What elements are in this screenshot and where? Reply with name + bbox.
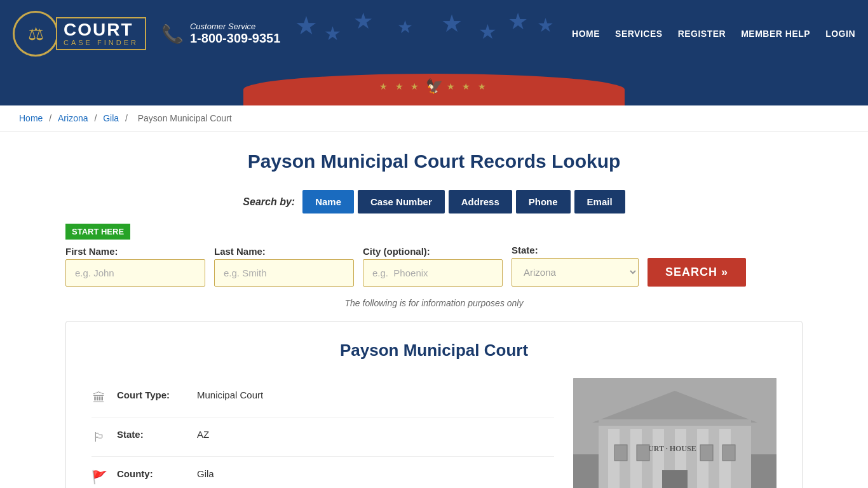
star-decoration: ★ <box>537 14 554 36</box>
customer-service: 📞 Customer Service 1-800-309-9351 <box>161 22 280 46</box>
svg-rect-17 <box>700 445 713 461</box>
header-decoration: ★ ★ ★ ★ ★ ★ ★ ★ <box>280 5 572 62</box>
state-icon: 🏳 <box>92 430 107 445</box>
svg-rect-18 <box>722 445 735 461</box>
court-image: COURT · HOUSE <box>573 378 776 488</box>
nav-member-help[interactable]: MEMBER HELP <box>741 29 810 39</box>
main-nav: HOME SERVICES REGISTER MEMBER HELP LOGIN <box>572 29 855 39</box>
last-name-group: Last Name: <box>214 246 354 287</box>
courthouse-svg: COURT · HOUSE <box>573 378 776 488</box>
info-note: The following is for information purpose… <box>65 298 803 308</box>
county-label: County: <box>117 468 187 479</box>
start-here-badge: START HERE <box>65 224 130 240</box>
phone-icon: 📞 <box>161 24 184 44</box>
city-group: City (optional): <box>363 246 503 287</box>
tab-email[interactable]: Email <box>574 190 625 214</box>
detail-row-state: 🏳 State: AZ <box>92 417 554 457</box>
tab-address[interactable]: Address <box>449 190 512 214</box>
court-info-body: 🏛 Court Type: Municipal Court 🏳 State: A… <box>92 378 776 488</box>
star-decoration: ★ <box>353 8 373 34</box>
breadcrumb-sep-2: / <box>94 113 99 123</box>
star-decoration: ★ <box>397 17 413 37</box>
state-detail-label: State: <box>117 429 187 440</box>
cs-label: Customer Service <box>190 22 280 31</box>
search-form: First Name: Last Name: City (optional): … <box>65 245 803 287</box>
state-select[interactable]: Alabama Alaska Arizona Arkansas Californ… <box>512 258 639 287</box>
nav-register[interactable]: REGISTER <box>678 29 726 39</box>
court-details: 🏛 Court Type: Municipal Court 🏳 State: A… <box>92 378 554 488</box>
star-decoration: ★ <box>324 22 341 44</box>
court-info-section: Payson Municipal Court 🏛 Court Type: Mun… <box>65 321 803 488</box>
breadcrumb-current: Payson Municipal Court <box>138 113 232 123</box>
court-type-value: Municipal Court <box>197 390 263 400</box>
breadcrumb: Home / Arizona / Gila / Payson Municipal… <box>0 105 868 132</box>
logo-icon: ⚖ <box>13 11 58 57</box>
logo[interactable]: ⚖ COURT CASE FINDER <box>13 11 146 57</box>
first-name-group: First Name: <box>65 246 205 287</box>
eagle-area: ★ ★ ★ 🦅 ★ ★ ★ <box>379 78 489 101</box>
wave-red: ★ ★ ★ 🦅 ★ ★ ★ <box>243 74 625 105</box>
breadcrumb-sep-1: / <box>49 113 54 123</box>
detail-row-court-type: 🏛 Court Type: Municipal Court <box>92 378 554 417</box>
search-button[interactable]: SEARCH » <box>648 258 746 287</box>
detail-row-county: 🚩 County: Gila <box>92 457 554 488</box>
county-value: Gila <box>197 468 214 479</box>
nav-login[interactable]: LOGIN <box>825 29 855 39</box>
breadcrumb-gila[interactable]: Gila <box>103 113 119 123</box>
page-title: Payson Municipal Court Records Lookup <box>65 151 803 172</box>
breadcrumb-home[interactable]: Home <box>19 113 43 123</box>
first-name-input[interactable] <box>65 259 205 287</box>
breadcrumb-sep-3: / <box>125 113 130 123</box>
court-type-label: Court Type: <box>117 390 187 400</box>
cs-phone-number[interactable]: 1-800-309-9351 <box>190 31 280 46</box>
county-icon: 🚩 <box>92 470 107 485</box>
state-label: State: <box>512 245 639 255</box>
last-name-label: Last Name: <box>214 246 354 257</box>
star-decoration: ★ <box>508 8 528 35</box>
city-input[interactable] <box>363 259 503 287</box>
svg-rect-14 <box>662 470 688 488</box>
nav-services[interactable]: SERVICES <box>615 29 663 39</box>
star-decoration: ★ <box>478 20 497 44</box>
svg-rect-10 <box>599 419 751 426</box>
stars-left: ★ ★ ★ <box>379 81 422 92</box>
state-detail-value: AZ <box>197 429 209 440</box>
tab-phone[interactable]: Phone <box>516 190 571 214</box>
nav-home[interactable]: HOME <box>572 29 600 39</box>
logo-case-finder-text: CASE FINDER <box>64 39 139 46</box>
tab-case-number[interactable]: Case Number <box>358 190 445 214</box>
tab-name[interactable]: Name <box>302 190 354 214</box>
eagle-icon: 🦅 <box>426 78 443 95</box>
site-header: ⚖ COURT CASE FINDER 📞 Customer Service 1… <box>0 0 868 67</box>
stars-right: ★ ★ ★ <box>447 81 489 92</box>
search-by-label: Search by: <box>243 196 295 208</box>
star-decoration: ★ <box>295 11 318 40</box>
logo-court-text: COURT <box>64 21 139 39</box>
state-group: State: Alabama Alaska Arizona Arkansas C… <box>512 245 639 287</box>
svg-rect-15 <box>614 445 627 461</box>
city-label: City (optional): <box>363 246 503 257</box>
court-type-icon: 🏛 <box>92 391 107 405</box>
breadcrumb-arizona[interactable]: Arizona <box>58 113 88 123</box>
last-name-input[interactable] <box>214 259 354 287</box>
search-tabs-row: Search by: Name Case Number Address Phon… <box>65 190 803 214</box>
court-info-title: Payson Municipal Court <box>92 341 776 360</box>
svg-rect-16 <box>637 445 649 461</box>
logo-text-block: COURT CASE FINDER <box>56 17 146 50</box>
first-name-label: First Name: <box>65 246 205 257</box>
star-decoration: ★ <box>441 10 463 37</box>
main-content: Payson Municipal Court Records Lookup Se… <box>53 132 815 488</box>
wave-banner: ★ ★ ★ 🦅 ★ ★ ★ <box>0 67 868 105</box>
